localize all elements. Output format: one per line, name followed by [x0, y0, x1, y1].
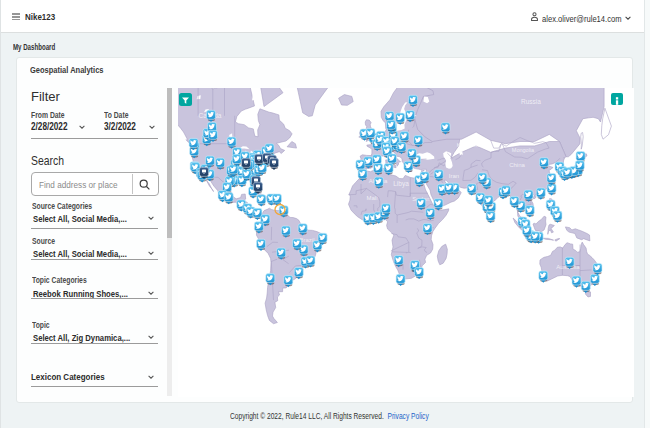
svg-text:Russia: Russia: [521, 98, 541, 105]
svg-text:Mali: Mali: [366, 195, 377, 201]
svg-text:China: China: [509, 162, 525, 168]
svg-text:Libya: Libya: [393, 180, 409, 188]
svg-text:Iran: Iran: [449, 173, 459, 179]
svg-text:Mongolia: Mongolia: [512, 147, 535, 153]
svg-text:Kazakhstan: Kazakhstan: [457, 142, 486, 148]
